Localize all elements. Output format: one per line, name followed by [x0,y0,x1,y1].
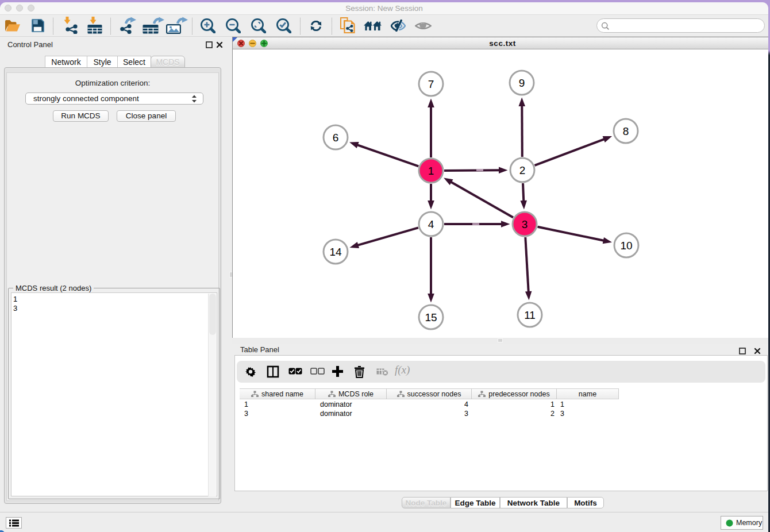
svg-text:1: 1 [428,165,434,177]
svg-text:11: 11 [524,309,536,321]
svg-text:14: 14 [329,246,342,258]
svg-text:10: 10 [620,240,632,252]
svg-text:2: 2 [519,164,526,176]
svg-text:6: 6 [333,132,339,144]
svg-text:15: 15 [425,311,437,323]
svg-text:3: 3 [522,218,528,230]
svg-text:8: 8 [623,125,629,137]
svg-text:7: 7 [428,78,434,90]
svg-text:4: 4 [428,218,434,230]
svg-text:9: 9 [519,77,525,89]
